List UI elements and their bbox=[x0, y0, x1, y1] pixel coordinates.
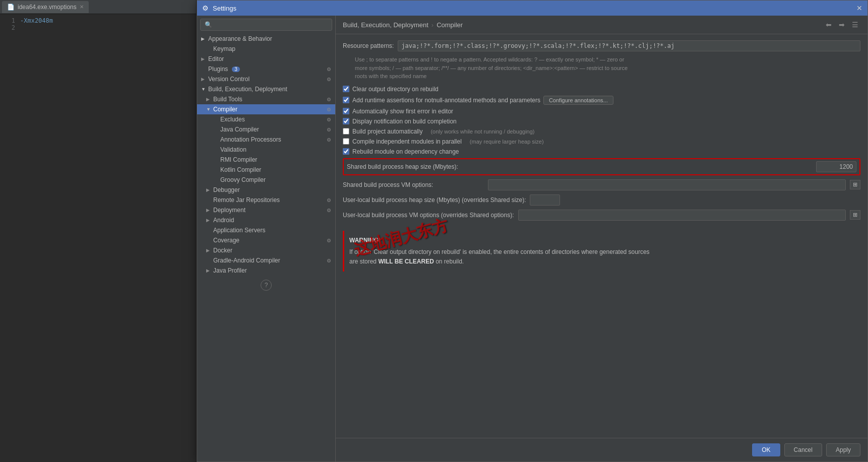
tree-label-build-execution: Build, Execution, Deployment bbox=[208, 86, 287, 93]
tree-arrow-java-profiler: ▶ bbox=[206, 268, 211, 273]
apply-button[interactable]: Apply bbox=[826, 443, 860, 456]
tree-item-appearance[interactable]: ▶Appearance & Behavior bbox=[197, 34, 335, 44]
tree-item-groovy-compiler[interactable]: Groovy Compiler bbox=[197, 175, 335, 185]
tab-close-icon[interactable]: ✕ bbox=[80, 4, 84, 10]
tree-item-application-servers[interactable]: Application Servers bbox=[197, 225, 335, 235]
search-box[interactable]: 🔍 bbox=[200, 19, 332, 31]
help-button[interactable]: ? bbox=[261, 280, 272, 291]
tree-item-version-control[interactable]: ▶Version Control⚙ bbox=[197, 74, 335, 84]
editor-tab[interactable]: 📄 idea64.exe.vmoptions ✕ bbox=[2, 1, 89, 13]
breadcrumb-separator: › bbox=[431, 21, 433, 29]
tree-label-editor: Editor bbox=[208, 55, 224, 62]
tree-item-gradle-android[interactable]: Gradle-Android Compiler⚙ bbox=[197, 255, 335, 266]
tree-item-java-profiler[interactable]: ▶Java Profiler bbox=[197, 266, 335, 276]
checkbox-label-add-assertions: Add runtime assertions for notnull-annot… bbox=[352, 97, 540, 104]
checkbox-label-display-notification: Display notification on build completion bbox=[352, 118, 457, 125]
tree-label-excludes: Excludes bbox=[220, 116, 245, 123]
ide-editor-panel: 📄 idea64.exe.vmoptions ✕ 1 -Xmx2048m 2 bbox=[0, 0, 197, 462]
ok-button[interactable]: OK bbox=[752, 443, 780, 456]
tree-settings-icon-coverage: ⚙ bbox=[327, 238, 331, 243]
checkbox-label-rebuild-module: Rebuild module on dependency change bbox=[352, 148, 459, 155]
checkbox-display-notification[interactable] bbox=[343, 118, 349, 124]
shared-vm-options-input[interactable] bbox=[488, 179, 846, 190]
content-header: Build, Execution, Deployment › Compiler … bbox=[336, 16, 867, 34]
checkbox-build-automatically[interactable] bbox=[343, 128, 349, 135]
tree-label-remote-jar: Remote Jar Repositories bbox=[213, 196, 280, 204]
checkbox-row-clear-output: Clear output directory on rebuild bbox=[343, 86, 860, 93]
heap-size-input[interactable] bbox=[816, 161, 856, 172]
tree-item-debugger[interactable]: ▶Debugger bbox=[197, 185, 335, 195]
user-local-heap-input[interactable] bbox=[530, 194, 560, 206]
menu-icon[interactable]: ☰ bbox=[850, 20, 860, 30]
tree-item-keymap[interactable]: Keymap bbox=[197, 44, 335, 54]
dialog-close-button[interactable]: ✕ bbox=[856, 4, 862, 12]
tree-item-plugins[interactable]: Plugins3⚙ bbox=[197, 64, 335, 74]
checkbox-compile-parallel[interactable] bbox=[343, 138, 349, 145]
tree-item-validation[interactable]: Validation bbox=[197, 145, 335, 155]
tree-label-appearance: Appearance & Behavior bbox=[208, 35, 272, 42]
tree-arrow-docker: ▶ bbox=[206, 248, 211, 253]
search-input[interactable] bbox=[214, 21, 328, 28]
checkbox-label-build-automatically: Build project automatically bbox=[352, 128, 422, 135]
user-local-vm-expand-button[interactable]: ⊞ bbox=[850, 210, 860, 220]
tree-item-build-tools[interactable]: ▶Build Tools⚙ bbox=[197, 94, 335, 104]
tree-label-gradle-android: Gradle-Android Compiler bbox=[213, 257, 280, 264]
checkbox-row-add-assertions: Add runtime assertions for notnull-annot… bbox=[343, 96, 860, 105]
warning-box: WARNING! If option 'Clear output directo… bbox=[343, 231, 860, 272]
tree-item-rmi-compiler[interactable]: RMI Compiler bbox=[197, 155, 335, 165]
tree-settings-icon-java-compiler: ⚙ bbox=[327, 127, 331, 133]
tree-label-validation: Validation bbox=[220, 146, 246, 153]
cancel-button[interactable]: Cancel bbox=[784, 443, 822, 456]
user-local-vm-options-row: User-local build process VM options (ove… bbox=[343, 210, 860, 221]
nav-icons: ⬅ ➡ ☰ bbox=[824, 20, 860, 30]
tree-label-application-servers: Application Servers bbox=[213, 227, 265, 234]
tree-settings-icon-build-tools: ⚙ bbox=[327, 97, 331, 102]
tree-item-editor[interactable]: ▶Editor bbox=[197, 54, 335, 64]
shared-vm-expand-button[interactable]: ⊞ bbox=[850, 180, 860, 189]
tree-settings-icon-version-control: ⚙ bbox=[327, 77, 331, 82]
tree-settings-icon-compiler: ⚙ bbox=[327, 107, 331, 112]
user-local-heap-label: User-local build process heap size (Mbyt… bbox=[343, 196, 526, 204]
tree-item-docker[interactable]: ▶Docker bbox=[197, 245, 335, 255]
tree-item-build-execution[interactable]: ▼Build, Execution, Deployment bbox=[197, 84, 335, 94]
tree-item-remote-jar[interactable]: Remote Jar Repositories⚙ bbox=[197, 195, 335, 205]
checkbox-clear-output[interactable] bbox=[343, 86, 349, 92]
tree-item-android[interactable]: ▶Android bbox=[197, 215, 335, 225]
tree-label-android: Android bbox=[213, 217, 234, 224]
line-text-1: -Xmx2048m bbox=[20, 17, 53, 24]
configure-annotations-button[interactable]: Configure annotations... bbox=[543, 96, 613, 105]
checkbox-rebuild-module[interactable] bbox=[343, 148, 349, 155]
tree-label-docker: Docker bbox=[213, 247, 232, 254]
tree-item-annotation-processors[interactable]: Annotation Processors⚙ bbox=[197, 135, 335, 145]
tree-label-coverage: Coverage bbox=[213, 237, 239, 244]
resource-patterns-label: Resource patterns: bbox=[343, 42, 394, 49]
tree-item-java-compiler[interactable]: Java Compiler⚙ bbox=[197, 124, 335, 135]
checkbox-show-first-error[interactable] bbox=[343, 108, 349, 114]
tree-item-deployment[interactable]: ▶Deployment⚙ bbox=[197, 205, 335, 215]
tree-item-kotlin-compiler[interactable]: Kotlin Compiler bbox=[197, 165, 335, 175]
resource-patterns-input[interactable] bbox=[398, 40, 860, 51]
tree-settings-icon-annotation-processors: ⚙ bbox=[327, 137, 331, 143]
checkbox-label-show-first-error: Automatically show first error in editor bbox=[352, 108, 453, 115]
settings-icon: ⚙ bbox=[202, 4, 209, 12]
breadcrumb-part1: Build, Execution, Deployment bbox=[343, 21, 428, 29]
line-number-2: 2 bbox=[5, 24, 15, 31]
checkbox-add-assertions[interactable] bbox=[343, 97, 349, 103]
settings-dialog: ⚙ Settings ✕ 🔍 ▶Appearance & BehaviorKey… bbox=[197, 0, 868, 462]
tree-item-excludes[interactable]: Excludes⚙ bbox=[197, 114, 335, 124]
nav-back-icon[interactable]: ⬅ bbox=[824, 20, 834, 30]
dialog-footer: OK Cancel Apply bbox=[336, 438, 867, 461]
tree-arrow-appearance: ▶ bbox=[201, 36, 206, 41]
user-local-vm-options-input[interactable] bbox=[518, 210, 846, 221]
tree-label-rmi-compiler: RMI Compiler bbox=[220, 156, 257, 163]
nav-forward-icon[interactable]: ➡ bbox=[837, 20, 847, 30]
tree-label-plugins: Plugins bbox=[208, 65, 228, 73]
tree-item-compiler[interactable]: ▼Compiler⚙ bbox=[197, 104, 335, 114]
tree-label-build-tools: Build Tools bbox=[213, 96, 242, 103]
tree-item-coverage[interactable]: Coverage⚙ bbox=[197, 235, 335, 245]
tree-label-debugger: Debugger bbox=[213, 186, 240, 193]
tree-arrow-android: ▶ bbox=[206, 218, 211, 223]
checkbox-row-build-automatically: Build project automatically(only works w… bbox=[343, 128, 860, 135]
heap-size-row: Shared build process heap size (Mbytes): bbox=[343, 158, 860, 175]
warning-title: WARNING! bbox=[349, 236, 855, 245]
